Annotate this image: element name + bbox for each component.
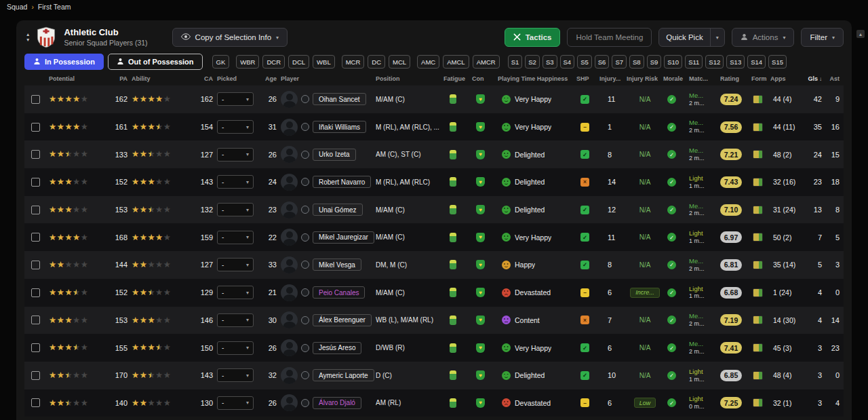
picked-select[interactable]: -▾ (217, 120, 254, 134)
player-row[interactable]: ★★★★★★★★★★133★★★★★★★★★★127-▾26Urko Izeta… (24, 140, 844, 168)
picked-select[interactable]: -▾ (217, 92, 254, 106)
player-row[interactable]: ★★★★★★★★★★153★★★★★★★★★★132-▾23Unai Gómez… (24, 196, 844, 224)
row-checkbox[interactable] (31, 123, 40, 132)
player-name-button[interactable]: Mikel Vesga (313, 259, 361, 271)
player-report-icon[interactable] (301, 123, 309, 131)
column-header-form[interactable]: Form (751, 75, 770, 82)
player-row[interactable]: ★★★★★★★★★★144★★★★★★★★★★127-▾33Mikel Vesg… (24, 251, 844, 279)
player-name-button[interactable]: Jesús Areso (313, 342, 361, 354)
chevron-down-icon[interactable]: ▼ (26, 38, 30, 43)
position-filter-dc[interactable]: DC (368, 55, 385, 69)
player-report-icon[interactable] (301, 399, 309, 407)
slot-filter-s3[interactable]: S3 (542, 55, 557, 69)
breadcrumb-squad[interactable]: Squad (7, 3, 27, 11)
player-row[interactable]: ★★★★★★★★★★162★★★★★★★★★★162-▾26Oihan Sanc… (24, 85, 844, 113)
hold-team-meeting-button[interactable]: Hold Team Meeting (567, 28, 652, 47)
position-filter-amc[interactable]: AMC (417, 55, 439, 69)
position-filter-mcr[interactable]: MCR (342, 55, 365, 69)
player-name-button[interactable]: Álex Berenguer (313, 314, 372, 326)
player-row[interactable]: ★★★★★★★★★★170★★★★★★★★★★143-▾32Aymeric La… (24, 362, 844, 389)
column-header-morale[interactable]: Morale (663, 75, 689, 82)
player-name-button[interactable]: Urko Izeta (313, 149, 356, 161)
player-report-icon[interactable] (301, 371, 309, 379)
slot-filter-s1[interactable]: S1 (508, 55, 523, 69)
player-row[interactable]: ★★★★★★★★★★152★★★★★★★★★★129-▾21Peio Canal… (24, 279, 844, 307)
row-checkbox[interactable] (31, 371, 40, 380)
picked-select[interactable]: -▾ (217, 313, 254, 327)
column-header-potential[interactable]: Potential (49, 75, 108, 82)
player-report-icon[interactable] (301, 178, 309, 186)
picked-select[interactable]: -▾ (217, 368, 254, 382)
breadcrumb-first-team[interactable]: First Team (38, 3, 71, 11)
slot-filter-s15[interactable]: S15 (768, 55, 787, 69)
player-name-button[interactable]: Álvaro Djaló (313, 397, 361, 409)
picked-select[interactable]: -▾ (217, 396, 254, 410)
picked-select[interactable]: -▾ (217, 286, 254, 299)
player-report-icon[interactable] (301, 95, 309, 103)
player-report-icon[interactable] (301, 288, 309, 297)
position-filter-gk[interactable]: GK (212, 55, 230, 69)
column-header-player[interactable]: Player (281, 75, 376, 82)
filter-button[interactable]: Filter ▾ (801, 28, 844, 47)
picked-select[interactable]: -▾ (217, 203, 254, 216)
position-filter-wbr[interactable]: WBR (236, 55, 259, 69)
column-header-pa[interactable]: PA (108, 75, 132, 82)
player-name-button[interactable]: Peio Canales (313, 286, 365, 299)
row-checkbox[interactable] (31, 178, 40, 187)
scrollbar-up-arrow[interactable]: ▴ (856, 30, 865, 38)
column-header-rating[interactable]: Rating (720, 75, 751, 82)
player-name-button[interactable]: Iñaki Williams (313, 121, 366, 133)
quick-pick-button[interactable]: Quick Pick ▾ (658, 28, 724, 47)
player-row[interactable]: ★★★★★★★★★★161★★★★★★★★★★154-▾31Iñaki Will… (24, 113, 844, 141)
column-header-fatigue[interactable]: Fatigue (443, 75, 472, 82)
row-checkbox[interactable] (31, 288, 40, 297)
player-report-icon[interactable] (301, 206, 309, 214)
column-header-age[interactable]: Age (259, 75, 281, 82)
picked-select[interactable]: -▾ (217, 148, 254, 161)
slot-filter-s2[interactable]: S2 (525, 55, 540, 69)
chevron-down-icon[interactable]: ▾ (711, 35, 724, 41)
position-filter-amcr[interactable]: AMCR (473, 55, 500, 69)
player-name-button[interactable]: Oihan Sancet (313, 93, 366, 105)
row-checkbox[interactable] (31, 398, 40, 407)
player-row[interactable]: ★★★★★★★★★★140★★★★★★★★★★130-▾26Álvaro Dja… (24, 389, 844, 417)
slot-filter-s14[interactable]: S14 (747, 55, 766, 69)
position-filter-amcl[interactable]: AMCL (443, 55, 469, 69)
picked-select[interactable]: -▾ (217, 258, 254, 271)
slot-filter-s11[interactable]: S11 (685, 55, 703, 69)
row-checkbox[interactable] (31, 261, 40, 269)
column-header-position[interactable]: Position (376, 75, 443, 82)
slot-filter-s5[interactable]: S5 (577, 55, 592, 69)
row-checkbox[interactable] (31, 95, 40, 104)
player-report-icon[interactable] (301, 233, 309, 242)
column-header-ast[interactable]: Ast (826, 75, 844, 82)
player-name-button[interactable]: Robert Navarro (313, 176, 371, 188)
tactics-button[interactable]: Tactics (505, 28, 561, 47)
position-filter-mcl[interactable]: MCL (389, 55, 410, 69)
slot-filter-s8[interactable]: S8 (629, 55, 644, 69)
row-checkbox[interactable] (31, 343, 40, 352)
player-row[interactable]: ★★★★★★★★★★152★★★★★★★★★★143-▾24Robert Nav… (24, 168, 844, 196)
position-filter-dcr[interactable]: DCR (262, 55, 285, 69)
column-header-matc[interactable]: Matc... (689, 75, 720, 82)
slot-filter-s6[interactable]: S6 (595, 55, 610, 69)
picked-select[interactable]: -▾ (217, 231, 254, 244)
tab-in-possession[interactable]: In Possession (24, 54, 104, 70)
position-filter-dcl[interactable]: DCL (288, 55, 309, 69)
player-row[interactable]: ★★★★★★★★★★168★★★★★★★★★★159-▾22Mikel Jaur… (24, 223, 844, 251)
column-header-gls[interactable]: Gls↓ (804, 75, 826, 82)
column-header-shp[interactable]: SHP (576, 75, 599, 82)
column-header-picked[interactable]: Picked (217, 75, 259, 82)
actions-button[interactable]: Actions ▾ (732, 28, 795, 47)
column-header-injury[interactable]: Injury... (599, 75, 627, 82)
column-header-con[interactable]: Con (472, 75, 498, 82)
column-header-apps[interactable]: Apps (770, 75, 804, 82)
row-checkbox[interactable] (31, 316, 40, 324)
column-header-ability[interactable]: Ability (132, 75, 191, 82)
tab-out-of-possession[interactable]: Out of Possession (108, 54, 203, 70)
collapse-arrows[interactable]: ▲ ▼ (26, 33, 30, 43)
player-name-button[interactable]: Mikel Jauregizar (313, 231, 374, 244)
player-name-button[interactable]: Aymeric Laporte (313, 369, 374, 381)
slot-filter-s13[interactable]: S13 (726, 55, 745, 69)
slot-filter-s10[interactable]: S10 (664, 55, 682, 69)
